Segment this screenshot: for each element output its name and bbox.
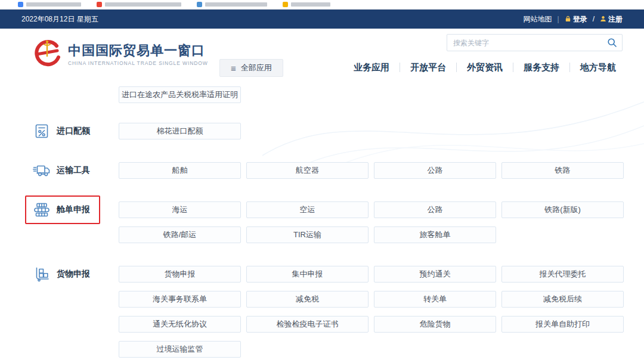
- section-label: 舱单申报: [33, 201, 119, 218]
- lock-icon: [565, 15, 571, 22]
- section-label: [33, 86, 119, 103]
- search-icon[interactable]: [607, 38, 617, 50]
- bookmark-favicon: [97, 2, 102, 7]
- truck-icon: [33, 163, 51, 178]
- app-button[interactable]: 集中申报: [246, 266, 369, 283]
- section-title: 运输工具: [57, 165, 90, 176]
- login-register-separator: /: [593, 15, 595, 23]
- site-title: 中国国际贸易单一窗口: [68, 42, 208, 59]
- app-button[interactable]: 铁路(新版): [501, 201, 624, 218]
- section-rows: 货物申报集中申报预约通关报关代理委托海关事务联系单减免税转关单减免税后续通关无纸…: [119, 266, 624, 358]
- app-button[interactable]: 通关无纸化协议: [119, 316, 241, 333]
- user-icon: [600, 15, 606, 22]
- app-button[interactable]: 公路: [374, 162, 496, 179]
- app-button[interactable]: 减免税后续: [501, 291, 624, 308]
- section-label: 运输工具: [33, 162, 119, 179]
- browser-bookmarks-bar[interactable]: [0, 0, 644, 10]
- nav-item-service-support[interactable]: 服务支持: [513, 63, 569, 72]
- app-section: 货物申报货物申报集中申报预约通关报关代理委托海关事务联系单减免税转关单减免税后续…: [33, 266, 644, 358]
- bookmark-item[interactable]: [18, 2, 81, 7]
- all-apps-label: 全部应用: [241, 63, 272, 73]
- app-button-row: 铁路/邮运TIR运输旅客舱单: [119, 226, 624, 243]
- app-button[interactable]: 公路: [374, 201, 496, 218]
- section-title: 货物申报: [57, 269, 90, 280]
- bookmark-item[interactable]: [197, 2, 267, 7]
- menu-icon: ≡: [231, 64, 236, 73]
- app-button[interactable]: 进口在途农产品关税税率适用证明: [119, 86, 241, 103]
- app-button-row: 过境运输监管: [119, 341, 624, 358]
- app-section: 进口在途农产品关税税率适用证明: [33, 86, 644, 103]
- app-button[interactable]: 船舶: [119, 162, 241, 179]
- app-button[interactable]: 危险货物: [374, 316, 496, 333]
- site-subtitle: CHINA INTERNATIONAL TRADE SINGLE WINDOW: [68, 60, 208, 66]
- login-link[interactable]: 登录: [565, 14, 587, 24]
- section-title: 进口配额: [57, 126, 90, 136]
- current-date: 2022年08月12日 星期五: [21, 14, 98, 24]
- app-section: 进口配额棉花进口配额: [33, 123, 644, 139]
- app-button[interactable]: 货物申报: [119, 266, 241, 283]
- title-block: 中国国际贸易单一窗口 CHINA INTERNATIONAL TRADE SIN…: [68, 42, 208, 67]
- main-content: 进口在途农产品关税税率适用证明进口配额棉花进口配额运输工具船舶航空器公路铁路舱单…: [0, 84, 644, 360]
- section-label: 进口配额: [33, 123, 119, 139]
- all-apps-button[interactable]: ≡ 全部应用: [219, 59, 283, 77]
- search-input[interactable]: [447, 34, 623, 51]
- app-button[interactable]: 报关代理委托: [501, 266, 624, 283]
- app-button[interactable]: 铁路: [501, 162, 624, 179]
- app-button[interactable]: 铁路/邮运: [119, 226, 241, 243]
- app-button[interactable]: 棉花进口配额: [119, 123, 241, 139]
- bookmark-favicon: [18, 2, 23, 7]
- app-button[interactable]: 旅客舱单: [374, 226, 496, 243]
- sitemap-link[interactable]: 网站地图: [524, 14, 552, 24]
- app-button-row: 进口在途农产品关税税率适用证明: [119, 86, 241, 103]
- app-button-row: 船舶航空器公路铁路: [119, 162, 624, 179]
- section-title: 舱单申报: [57, 204, 90, 215]
- site-header: 中国国际贸易单一窗口 CHINA INTERNATIONAL TRADE SIN…: [0, 29, 644, 84]
- nav-item-business-apps[interactable]: 业务应用: [343, 63, 400, 72]
- nav-item-local-portals[interactable]: 地方导航: [569, 63, 626, 72]
- quota-icon: [33, 123, 51, 139]
- nav-item-trade-news[interactable]: 外贸资讯: [456, 63, 513, 72]
- app-button-row: 棉花进口配额: [119, 123, 241, 139]
- bookmark-item[interactable]: [283, 2, 330, 7]
- register-link[interactable]: 注册: [600, 14, 623, 24]
- bookmark-label: [291, 2, 330, 7]
- section-rows: 海运空运公路铁路(新版)铁路/邮运TIR运输旅客舱单: [119, 201, 624, 243]
- app-button[interactable]: 海运: [119, 201, 241, 218]
- app-button-row: 海关事务联系单减免税转关单减免税后续: [119, 291, 624, 308]
- app-button[interactable]: 预约通关: [374, 266, 496, 283]
- app-button[interactable]: 空运: [246, 201, 369, 218]
- logo-block: 中国国际贸易单一窗口 CHINA INTERNATIONAL TRADE SIN…: [33, 39, 208, 70]
- bookmark-favicon: [197, 2, 202, 7]
- section-rows: 棉花进口配额: [119, 123, 241, 139]
- app-button[interactable]: 减免税: [246, 291, 369, 308]
- app-button[interactable]: 海关事务联系单: [119, 291, 241, 308]
- app-button[interactable]: 转关单: [374, 291, 496, 308]
- nav-item-open-platform[interactable]: 开放平台: [400, 63, 456, 72]
- site-logo: [33, 39, 61, 70]
- top-utility-bar: 2022年08月12日 星期五 网站地图 | 登录 / 注册: [0, 10, 644, 29]
- app-button[interactable]: TIR运输: [246, 226, 369, 243]
- app-button-row: 海运空运公路铁路(新版): [119, 201, 624, 218]
- topbar-divider: |: [558, 15, 559, 23]
- app-button[interactable]: 航空器: [246, 162, 369, 179]
- bookmark-item[interactable]: [97, 2, 181, 7]
- bookmark-label: [26, 2, 81, 7]
- section-rows: 进口在途农产品关税税率适用证明: [119, 86, 241, 103]
- search-box: [447, 34, 623, 51]
- app-button[interactable]: 检验检疫电子证书: [246, 316, 369, 333]
- cargo-icon: [33, 266, 51, 282]
- main-nav: 业务应用 开放平台 外贸资讯 服务支持 地方导航: [343, 63, 626, 72]
- bookmark-favicon: [283, 2, 288, 7]
- bookmark-label: [205, 2, 267, 7]
- manifest-icon: [33, 202, 51, 218]
- app-section: 舱单申报海运空运公路铁路(新版)铁路/邮运TIR运输旅客舱单: [33, 201, 644, 243]
- app-button[interactable]: 报关单自助打印: [501, 316, 624, 333]
- section-rows: 船舶航空器公路铁路: [119, 162, 624, 179]
- app-button-row: 货物申报集中申报预约通关报关代理委托: [119, 266, 624, 283]
- app-section: 运输工具船舶航空器公路铁路: [33, 162, 644, 179]
- section-label: 货物申报: [33, 266, 119, 283]
- app-button[interactable]: 过境运输监管: [119, 341, 241, 358]
- app-button-row: 通关无纸化协议检验检疫电子证书危险货物报关单自助打印: [119, 316, 624, 333]
- app-grid: 进口在途农产品关税税率适用证明进口配额棉花进口配额运输工具船舶航空器公路铁路舱单…: [33, 86, 644, 358]
- bookmark-label: [105, 2, 181, 7]
